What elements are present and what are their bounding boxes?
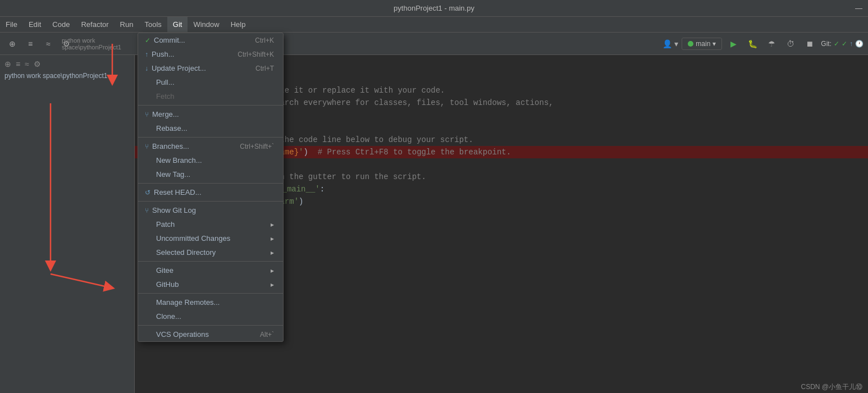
menu-item-show-git-log[interactable]: ⑂ Show Git Log xyxy=(138,203,283,217)
branch-arrow: ▾ xyxy=(712,40,716,48)
menu-help[interactable]: Help xyxy=(225,17,252,32)
menu-item-github[interactable]: GitHub ▸ Share Project on GitHub xyxy=(138,277,283,291)
menu-code[interactable]: Code xyxy=(47,17,75,32)
menu-item-fetch: Fetch xyxy=(138,89,283,103)
branches-label: Branches... xyxy=(152,142,189,150)
menu-item-pull[interactable]: Pull... xyxy=(138,75,283,89)
newbranch-label: New Branch... xyxy=(156,156,202,164)
branch-name: main xyxy=(696,40,710,48)
profile-button[interactable]: ⏱ xyxy=(783,36,798,52)
menu-run[interactable]: Run xyxy=(115,17,139,32)
merge-label: Merge... xyxy=(152,110,179,118)
separator-1 xyxy=(138,105,283,106)
main-layout: ⊕ ≡ ≈ ⚙ python work space\pythonProject1… xyxy=(0,55,868,393)
selecteddir-label: Selected Directory xyxy=(156,248,216,257)
sidebar-icon-2[interactable]: ≡ xyxy=(16,60,20,68)
patch-label: Patch xyxy=(156,220,175,229)
menu-item-uncommitted[interactable]: Uncommitted Changes ▸ Shelve Changes... … xyxy=(138,231,283,245)
menu-file[interactable]: File xyxy=(0,17,23,32)
status-bar: CSDN @小鱼干儿⑩ xyxy=(795,381,868,393)
git-check1: ✓ xyxy=(834,40,839,48)
title-bar: pythonProject1 - main.py — xyxy=(0,0,868,17)
branches-shortcut: Ctrl+Shift+` xyxy=(240,143,274,150)
debug-button[interactable]: 🐛 xyxy=(744,36,760,52)
push-shortcut: Ctrl+Shift+K xyxy=(237,51,274,58)
toolbar-icon-5[interactable]: python work space\pythonProject1 xyxy=(84,36,99,52)
menu-item-new-branch[interactable]: New Branch... xyxy=(138,153,283,167)
git-arrow-up: ↑ xyxy=(849,40,853,48)
sidebar-icon-3[interactable]: ≈ xyxy=(25,60,29,68)
git-dropdown-menu: ✓ Commit... Ctrl+K ↑ Push... Ctrl+Shift+… xyxy=(138,33,284,342)
toolbar-right: 👤 ▾ main ▾ ▶ 🐛 ☂ ⏱ ⏹ Git: ✓ ✓ ↑ 🕐 xyxy=(663,36,864,52)
menu-item-update[interactable]: ↓ Update Project... Ctrl+T xyxy=(138,61,283,75)
git-clock: 🕐 xyxy=(855,40,864,48)
rebase-label: Rebase... xyxy=(156,124,188,132)
separator-3 xyxy=(138,183,283,184)
separator-5 xyxy=(138,261,283,262)
separator-2 xyxy=(138,137,283,138)
pull-label: Pull... xyxy=(156,78,175,86)
menu-item-branches[interactable]: ⑂ Branches... Ctrl+Shift+` xyxy=(138,139,283,153)
menu-item-push[interactable]: ↑ Push... Ctrl+Shift+K xyxy=(138,47,283,61)
menu-refactor[interactable]: Refactor xyxy=(75,17,114,32)
reset-icon: ↺ xyxy=(145,189,150,196)
toolbar-user[interactable]: 👤 ▾ xyxy=(663,36,678,52)
toolbar: ⊕ ≡ ≈ ⚙ python work space\pythonProject1… xyxy=(0,33,868,55)
close-button[interactable]: — xyxy=(855,4,862,12)
separator-7 xyxy=(138,325,283,326)
sidebar-toolbar: ⊕ ≡ ≈ ⚙ xyxy=(0,57,134,71)
separator-6 xyxy=(138,293,283,294)
menu-edit[interactable]: Edit xyxy=(23,17,47,32)
git-label: Git: xyxy=(821,40,832,48)
annotation-arrow-1 xyxy=(17,98,84,294)
toolbar-icon-2[interactable]: ≡ xyxy=(22,36,38,52)
vcsops-label: VCS Operations xyxy=(156,330,209,339)
menu-item-vcs-operations[interactable]: VCS Operations Alt+` xyxy=(138,327,283,341)
reset-label: Reset HEAD... xyxy=(154,188,202,196)
push-label: Push... xyxy=(152,50,174,58)
csdn-label: CSDN @小鱼干儿⑩ xyxy=(801,383,862,391)
newtag-label: New Tag... xyxy=(156,170,190,179)
menu-item-selected-directory[interactable]: Selected Directory ▸ Show History xyxy=(138,245,283,259)
fetch-label: Fetch xyxy=(156,92,175,100)
git-status: Git: ✓ ✓ ↑ 🕐 xyxy=(821,40,864,48)
uncommitted-submenu-arrow: ▸ xyxy=(271,235,274,243)
menu-item-manage-remotes[interactable]: Manage Remotes... xyxy=(138,295,283,309)
gitee-label: Gitee xyxy=(156,266,173,275)
patch-submenu-arrow: ▸ xyxy=(271,221,274,229)
separator-4 xyxy=(138,201,283,202)
run-button[interactable]: ▶ xyxy=(725,36,741,52)
stop-button[interactable]: ⏹ xyxy=(802,36,817,52)
menu-item-commit[interactable]: ✓ Commit... Ctrl+K xyxy=(138,33,283,47)
menu-tools[interactable]: Tools xyxy=(139,17,167,32)
clone-label: Clone... xyxy=(156,312,181,321)
coverage-button[interactable]: ☂ xyxy=(764,36,779,52)
menu-item-gitee[interactable]: Gitee ▸ Share Project on Gitee xyxy=(138,263,283,277)
sidebar-icon-1[interactable]: ⊕ xyxy=(4,60,11,68)
update-shortcut: Ctrl+T xyxy=(255,65,274,72)
sidebar: ⊕ ≡ ≈ ⚙ python work space\pythonProject1 xyxy=(0,55,135,393)
menu-window[interactable]: Window xyxy=(188,17,225,32)
toolbar-icon-3[interactable]: ≈ xyxy=(40,36,56,52)
menu-item-merge[interactable]: ⑂ Merge... xyxy=(138,107,283,121)
gitee-submenu-arrow: ▸ xyxy=(271,267,274,275)
sidebar-path[interactable]: python work space\pythonProject1 xyxy=(0,71,134,81)
menu-bar: File Edit Code Refactor Run Tools Git Wi… xyxy=(0,17,868,33)
sidebar-icon-settings[interactable]: ⚙ xyxy=(34,60,41,68)
gitlog-icon: ⑂ xyxy=(145,207,149,214)
menu-item-clone[interactable]: Clone... xyxy=(138,309,283,323)
branch-selector[interactable]: main ▾ xyxy=(682,38,722,50)
vcsops-shortcut: Alt+` xyxy=(260,331,274,339)
manageremotes-label: Manage Remotes... xyxy=(156,298,220,307)
menu-item-new-tag[interactable]: New Tag... xyxy=(138,167,283,181)
toolbar-icon-1[interactable]: ⊕ xyxy=(4,36,20,52)
update-label: Update Project... xyxy=(152,64,206,72)
menu-item-rebase[interactable]: Rebase... xyxy=(138,121,283,135)
gitlog-label: Show Git Log xyxy=(152,206,196,214)
menu-git[interactable]: Git xyxy=(167,17,188,32)
branches-icon: ⑂ xyxy=(145,143,149,150)
commit-check-icon: ✓ xyxy=(145,36,150,44)
git-check2: ✓ xyxy=(842,40,847,48)
menu-item-reset-head[interactable]: ↺ Reset HEAD... xyxy=(138,185,283,199)
menu-item-patch[interactable]: Patch ▸ Apply Patch... Create Patch... xyxy=(138,217,283,231)
